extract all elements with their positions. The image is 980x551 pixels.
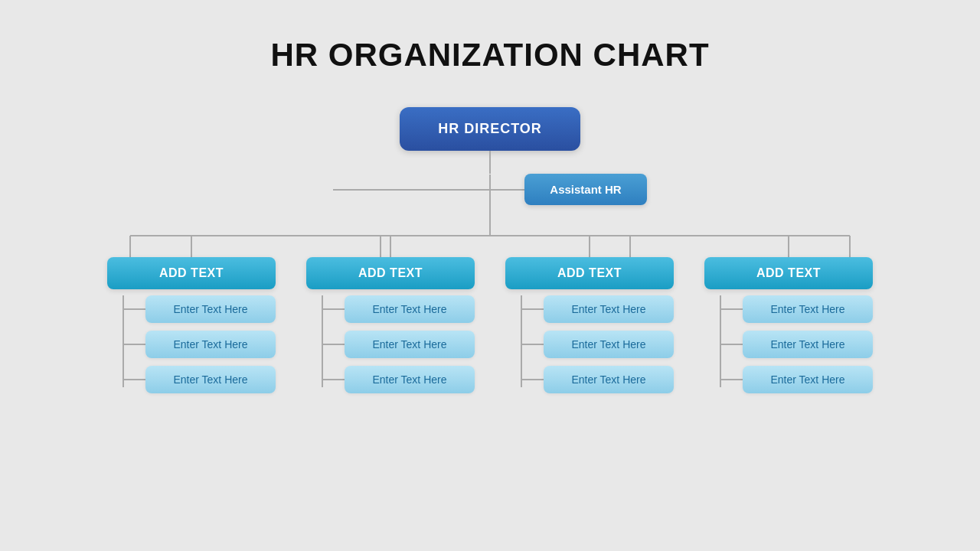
column-1: ADD TEXT Enter Text Here Enter Text Here… — [107, 236, 276, 401]
col4-child2-node[interactable]: Enter Text Here — [743, 331, 873, 358]
col1-top-line — [191, 236, 192, 257]
col4-children: Enter Text Here Enter Text Here Enter Te… — [704, 295, 873, 401]
col3-child-2: Enter Text Here — [505, 331, 674, 358]
col3-top-line — [589, 236, 590, 257]
col2-child-2: Enter Text Here — [306, 331, 475, 358]
top-node-wrap: HR DIRECTOR — [0, 107, 980, 151]
col3-child1-node[interactable]: Enter Text Here — [544, 295, 674, 323]
col4-child3-node[interactable]: Enter Text Here — [743, 366, 873, 393]
col1-child3-hline — [122, 379, 145, 380]
col1-child1-hline — [122, 308, 145, 310]
col3-child-1: Enter Text Here — [505, 295, 674, 323]
column-4: ADD TEXT Enter Text Here Enter Text Here… — [704, 236, 873, 401]
col4-child3-hline — [720, 379, 743, 380]
col4-child1-hline — [720, 308, 743, 310]
line-top-to-assistant — [489, 151, 491, 174]
col4-vert-line — [720, 295, 721, 387]
assistant-h-line — [333, 189, 524, 191]
assistant-section: Assistant HR — [0, 174, 980, 205]
org-chart: HR DIRECTOR Assistant HR — [0, 107, 980, 401]
col1-child-2: Enter Text Here — [107, 331, 276, 358]
col2-child1-node[interactable]: Enter Text Here — [345, 295, 475, 323]
column-3: ADD TEXT Enter Text Here Enter Text Here… — [505, 236, 674, 401]
col2-child1-hline — [322, 308, 345, 310]
col3-child3-hline — [521, 379, 544, 380]
line-to-branches — [489, 205, 491, 236]
col3-child2-hline — [521, 344, 544, 345]
col2-child2-node[interactable]: Enter Text Here — [345, 331, 475, 358]
col3-child2-node[interactable]: Enter Text Here — [544, 331, 674, 358]
col4-child-2: Enter Text Here — [704, 331, 873, 358]
col3-child3-node[interactable]: Enter Text Here — [544, 366, 674, 393]
col2-header[interactable]: ADD TEXT — [306, 257, 475, 289]
col2-child3-node[interactable]: Enter Text Here — [345, 366, 475, 393]
col3-child-3: Enter Text Here — [505, 366, 674, 393]
col3-header[interactable]: ADD TEXT — [505, 257, 674, 289]
col1-child-1: Enter Text Here — [107, 295, 276, 323]
col1-child1-node[interactable]: Enter Text Here — [145, 295, 276, 323]
col2-child3-hline — [322, 379, 345, 380]
col1-child3-node[interactable]: Enter Text Here — [145, 366, 276, 393]
col4-child-3: Enter Text Here — [704, 366, 873, 393]
column-2: ADD TEXT Enter Text Here Enter Text Here… — [306, 236, 475, 401]
col2-child-3: Enter Text Here — [306, 366, 475, 393]
col4-header[interactable]: ADD TEXT — [704, 257, 873, 289]
col3-vert-line — [521, 295, 522, 387]
col1-child2-hline — [122, 344, 145, 345]
col1-header[interactable]: ADD TEXT — [107, 257, 276, 289]
center-vert-line — [489, 174, 491, 205]
col1-child2-node[interactable]: Enter Text Here — [145, 331, 276, 358]
col3-children: Enter Text Here Enter Text Here Enter Te… — [505, 295, 674, 401]
col2-top-line — [390, 236, 391, 257]
col2-vert-line — [322, 295, 323, 387]
col4-child1-node[interactable]: Enter Text Here — [743, 295, 873, 323]
page-title: HR ORGANIZATION CHART — [0, 0, 980, 73]
col4-top-line — [788, 236, 789, 257]
col2-children: Enter Text Here Enter Text Here Enter Te… — [306, 295, 475, 401]
col1-child-3: Enter Text Here — [107, 366, 276, 393]
col1-children: Enter Text Here Enter Text Here Enter Te… — [107, 295, 276, 401]
col2-child2-hline — [322, 344, 345, 345]
col4-child-1: Enter Text Here — [704, 295, 873, 323]
col3-child1-hline — [521, 308, 544, 310]
col4-child2-hline — [720, 344, 743, 345]
columns-row: ADD TEXT Enter Text Here Enter Text Here… — [46, 236, 934, 401]
hr-director-node[interactable]: HR DIRECTOR — [400, 107, 580, 151]
col2-child-1: Enter Text Here — [306, 295, 475, 323]
columns-area: ADD TEXT Enter Text Here Enter Text Here… — [0, 236, 980, 401]
col1-vert-line — [122, 295, 124, 387]
assistant-hr-node[interactable]: Assistant HR — [524, 174, 647, 205]
